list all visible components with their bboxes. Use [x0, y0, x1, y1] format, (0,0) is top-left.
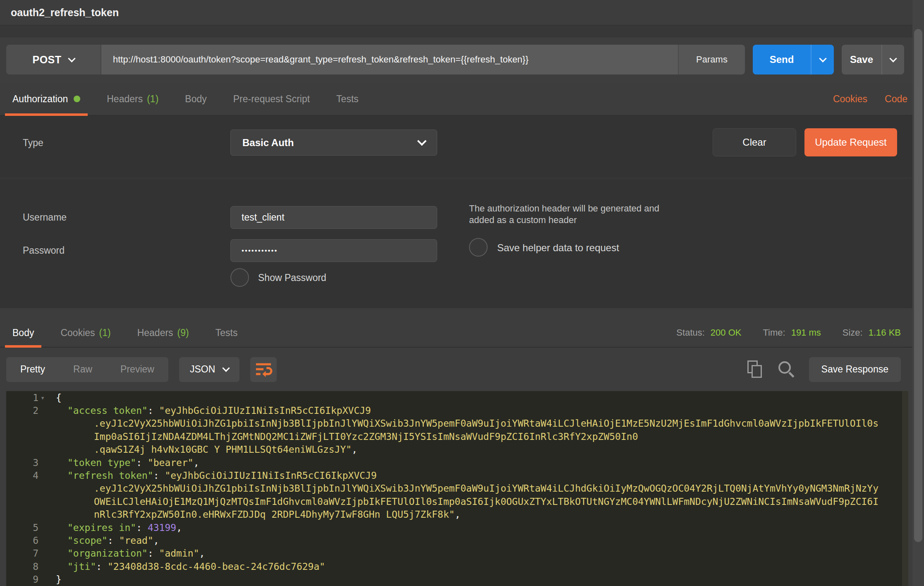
auth-type-value: Basic Auth — [242, 137, 294, 149]
tab-label: Body — [12, 327, 34, 339]
tab-pre-request-script[interactable]: Pre-request Script — [226, 83, 317, 115]
send-button-group: Send — [753, 45, 834, 74]
status-value: 200 OK — [711, 327, 742, 338]
password-label: Password — [23, 245, 65, 256]
show-password-radio[interactable] — [230, 268, 249, 287]
cookies-link[interactable]: Cookies — [833, 83, 867, 115]
code-line: 8"jti": "23408d38-8cdc-4460-beac-24c76dc… — [6, 560, 908, 573]
code-line: .eyJ1c2VyX25hbWUiOiJhZG1pbiIsInNjb3BlIjp… — [6, 482, 908, 495]
code-line: nRlc3RfY2xpZW50In0.eHRWxFZDJDq_2RDPL4Dhy… — [6, 508, 908, 521]
tab-body[interactable]: Body — [177, 83, 214, 115]
title-bar: oauth2_refresh_token — [0, 0, 924, 26]
tab-response-headers[interactable]: Headers (9) — [130, 319, 196, 347]
url-group: POST http://host1:8000/oauth/token?scope… — [6, 45, 745, 74]
code-link[interactable]: Code — [885, 83, 907, 115]
time-info: Time: 191 ms — [763, 319, 821, 347]
response-tabs: Body Cookies (1) Headers (9) Tests Statu… — [0, 319, 924, 348]
tab-tests[interactable]: Tests — [329, 83, 366, 115]
params-button[interactable]: Params — [678, 45, 745, 74]
response-gap — [0, 308, 924, 319]
auth-type-dropdown[interactable]: Basic Auth — [230, 130, 437, 156]
tab-headers[interactable]: Headers (1) — [99, 83, 166, 115]
tab-authorization[interactable]: Authorization — [5, 83, 88, 115]
code-line: 6"scope": "read", — [6, 534, 908, 547]
tab-label: Pre-request Script — [233, 94, 310, 105]
tab-count: (1) — [147, 94, 158, 105]
chevron-down-icon — [223, 364, 230, 372]
authorization-panel: Type Basic Auth Clear Update Request Use… — [0, 116, 924, 308]
save-response-button[interactable]: Save Response — [809, 357, 901, 382]
auth-helper-note: The authorization header will be generat… — [469, 203, 672, 226]
view-mode-group: Pretty Raw Preview — [6, 357, 168, 382]
username-input[interactable]: test_client — [230, 206, 437, 229]
tab-response-tests[interactable]: Tests — [208, 319, 245, 347]
code-line: .qawS1Z4j_h4vNx10GBC_Y_PHM1LLSQt64eniWLG… — [6, 443, 908, 456]
search-icon — [778, 360, 796, 379]
chevron-down-icon — [417, 136, 427, 146]
copy-button[interactable] — [744, 359, 766, 380]
preview-button[interactable]: Preview — [106, 357, 168, 382]
code-line: 7"organization": "admin", — [6, 547, 908, 560]
tab-count: (1) — [99, 327, 111, 339]
method-dropdown[interactable]: POST — [6, 45, 101, 74]
request-bar-area: POST http://host1:8000/oauth/token?scope… — [0, 37, 924, 83]
code-line: OWEiLCJleHAiOjE1MzQ1MjQzMTQsImF1dGhvcml0… — [6, 495, 908, 508]
page-scrollbar-thumb[interactable] — [914, 29, 922, 542]
format-value: JSON — [190, 364, 215, 375]
status-info: Status: 200 OK — [676, 319, 741, 347]
chevron-down-icon — [819, 55, 826, 62]
clear-button[interactable]: Clear — [713, 128, 796, 156]
tab-label: Cookies — [60, 327, 95, 339]
code-line: 2"access_token": "eyJhbGciOiJIUzI1NiIsIn… — [6, 404, 908, 417]
save-helper-radio[interactable] — [469, 238, 488, 257]
fold-caret-icon[interactable]: ▾ — [38, 394, 47, 402]
raw-button[interactable]: Raw — [59, 357, 106, 382]
save-button-group: Save — [842, 45, 904, 74]
update-request-button[interactable]: Update Request — [804, 128, 897, 156]
url-input[interactable]: http://host1:8000/oauth/token?scope=read… — [101, 45, 678, 74]
active-tab-underline — [5, 345, 41, 348]
format-dropdown[interactable]: JSON — [179, 357, 239, 382]
size-label: Size: — [843, 327, 863, 338]
send-button[interactable]: Send — [753, 45, 811, 74]
page-scrollbar[interactable] — [912, 0, 924, 586]
chevron-down-icon — [68, 55, 75, 62]
save-dropdown-button[interactable] — [881, 45, 904, 74]
tabs-spacer — [256, 319, 655, 347]
username-label: Username — [23, 212, 67, 223]
time-label: Time: — [763, 327, 785, 338]
active-auth-dot-icon — [74, 96, 80, 102]
code-line: 5"expires_in": 43199, — [6, 521, 908, 534]
tab-label: Tests — [215, 327, 238, 339]
pretty-button[interactable]: Pretty — [6, 357, 59, 382]
code-line: 9} — [6, 573, 908, 586]
size-value: 1.16 KB — [869, 327, 901, 338]
response-body-code[interactable]: 1▾{2"access_token": "eyJhbGciOiJIUzI1NiI… — [6, 391, 908, 586]
code-line: .eyJ1c2VyX25hbWUiOiJhZG1pbiIsInNjb3BlIjp… — [6, 417, 908, 430]
method-label: POST — [32, 54, 61, 66]
request-title: oauth2_refresh_token — [11, 7, 119, 19]
wrap-text-button[interactable] — [250, 357, 277, 382]
code-scrollbar[interactable] — [902, 391, 908, 586]
tab-label: Tests — [336, 94, 359, 105]
code-line: 1▾{ — [6, 391, 908, 404]
save-helper-label: Save helper data to request — [497, 242, 619, 254]
request-bar: POST http://host1:8000/oauth/token?scope… — [6, 45, 904, 74]
send-dropdown-button[interactable] — [811, 45, 834, 74]
chevron-down-icon — [889, 55, 897, 62]
code-line: 3"token_type": "bearer", — [6, 456, 908, 469]
show-password-label: Show Password — [258, 272, 326, 283]
copy-icon — [747, 360, 763, 379]
tab-label: Body — [185, 94, 206, 105]
tab-response-cookies[interactable]: Cookies (1) — [53, 319, 118, 347]
password-input[interactable]: ••••••••••• — [230, 239, 437, 262]
header-band — [0, 26, 924, 37]
tab-response-body[interactable]: Body — [5, 319, 41, 347]
code-line: 4"refresh_token": "eyJhbGciOiJIUzI1NiIsI… — [6, 469, 908, 482]
request-tabs: Authorization Headers (1) Body Pre-reque… — [0, 83, 924, 116]
save-button[interactable]: Save — [842, 45, 881, 74]
tab-label: Headers — [137, 327, 173, 339]
code-line: Imp0aSI6IjIzNDA4ZDM4LThjZGMtNDQ2MC1iZWFj… — [6, 430, 908, 443]
type-label: Type — [23, 137, 43, 149]
search-button[interactable] — [776, 359, 797, 380]
